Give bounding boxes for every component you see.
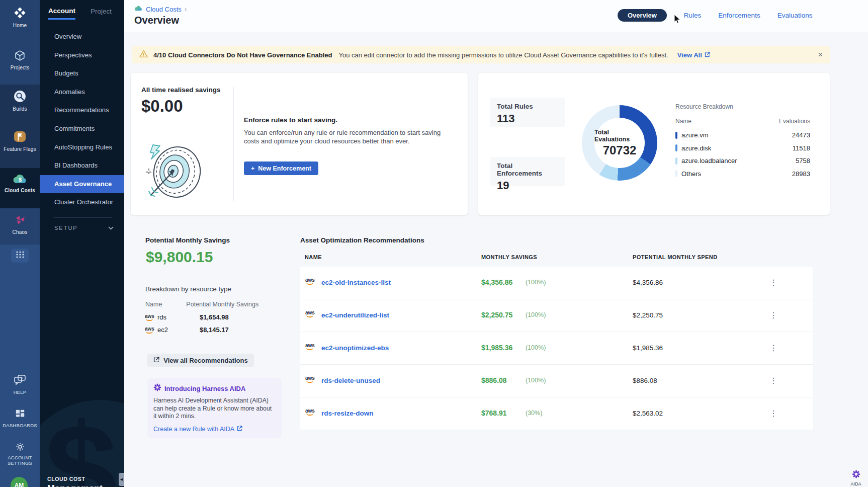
total-rules-label: Total Rules: [497, 103, 558, 110]
recommendation-name-link[interactable]: ec2-old-instances-list: [321, 279, 391, 286]
column-name: NAME: [305, 254, 322, 260]
page-title: Overview: [134, 15, 179, 26]
aida-promo-panel: Introducing Harness AIDA Harness AI Deve…: [147, 378, 282, 438]
resource-name: ec2: [157, 326, 190, 334]
legend-header: Name Evaluations: [675, 118, 810, 125]
rail-label: ACCOUNT SETTINGS: [4, 455, 36, 466]
row-menu-kebab-icon[interactable]: ⋮: [766, 375, 780, 386]
legend-value: 24473: [792, 131, 810, 139]
feature-flags-icon: [13, 130, 27, 144]
aida-header: Introducing Harness AIDA: [153, 383, 276, 393]
legend-color: [675, 132, 677, 139]
row-menu-kebab-icon[interactable]: ⋮: [766, 277, 780, 288]
tab-account[interactable]: Account: [48, 7, 75, 20]
table-row: aws rds-delete-unused $886.08 (100%) $88…: [300, 365, 813, 397]
recommendations-table: aws ec2-old-instances-list $4,356.86 (10…: [300, 267, 813, 430]
aws-logo-icon: aws: [305, 343, 315, 350]
view-all-recommendations-button[interactable]: View all Recommendations: [147, 354, 254, 367]
savings-percent: (100%): [526, 279, 546, 286]
aida-fab-label: AIDA: [850, 481, 861, 486]
sidebar-item-budgets[interactable]: Budgets: [40, 64, 124, 83]
potential-spend-value: $886.08: [633, 377, 657, 384]
tab-enforcements[interactable]: Enforcements: [718, 12, 760, 19]
resource-type-header: Name Potential Monthly Savings: [145, 301, 286, 308]
sidebar-item-home[interactable]: Home: [0, 6, 40, 28]
sidebar-item-perspectives[interactable]: Perspectives: [40, 46, 124, 65]
recommendation-name-link[interactable]: ec2-underutilized-list: [321, 311, 389, 319]
tab-rules[interactable]: Rules: [684, 12, 702, 19]
row-menu-kebab-icon[interactable]: ⋮: [766, 342, 780, 354]
sidebar-item-recommendations[interactable]: Recommendations: [40, 101, 124, 120]
savings-label: All time realised savings: [141, 86, 221, 94]
page-header: Cloud Costs › Overview Overview Rules En…: [124, 0, 868, 32]
sidebar-item-commitments[interactable]: Commitments: [40, 120, 124, 138]
sidebar-item-chaos[interactable]: Chaos: [0, 213, 40, 235]
apps-grid-icon: [15, 251, 25, 261]
create-rule-with-aida-link[interactable]: Create a new Rule with AIDA: [153, 426, 276, 433]
row-menu-kebab-icon[interactable]: ⋮: [766, 309, 780, 321]
cloud-costs-icon: [134, 5, 143, 13]
banner-view-all-link[interactable]: View All: [677, 51, 710, 59]
plus-icon: +: [251, 165, 254, 172]
apps-grid-button[interactable]: [11, 249, 29, 263]
account-settings-button[interactable]: ACCOUNT SETTINGS: [0, 442, 40, 466]
scope-tabs: Account Project: [48, 7, 112, 20]
legend-row: azure.vm 24473: [675, 129, 810, 142]
recommendation-name-link[interactable]: rds-delete-unused: [321, 377, 380, 384]
sidebar-item-bi-dashboards[interactable]: BI Dashboards: [40, 156, 124, 175]
new-enforcement-button[interactable]: + New Enforcement: [244, 161, 318, 175]
rail-label: Home: [13, 23, 27, 28]
external-link-icon: [705, 51, 710, 59]
sidebar-item-autostopping-rules[interactable]: AutoStopping Rules: [40, 138, 124, 157]
aida-fab-button[interactable]: AIDA: [847, 470, 865, 486]
table-row: aws ec2-old-instances-list $4,356.86 (10…: [300, 267, 813, 299]
rail-label: Cloud Costs: [5, 188, 35, 193]
recommendation-name-link[interactable]: rds-resize-down: [321, 410, 374, 417]
projects-cube-icon: [14, 49, 26, 63]
warning-triangle-icon: [139, 49, 148, 60]
recommendation-name-link[interactable]: ec2-unoptimized-ebs: [321, 344, 389, 352]
close-icon[interactable]: ×: [818, 51, 823, 59]
tab-project[interactable]: Project: [91, 7, 112, 20]
aws-logo-icon: aws: [305, 278, 315, 285]
resource-type-row: aws rds $1,654.98: [145, 311, 296, 323]
cloud-costs-sidebar: Account Project Overview Perspectives Bu…: [40, 0, 124, 487]
table-row: aws ec2-unoptimized-ebs $1,985.36 (100%)…: [300, 332, 813, 365]
savings-percent: (100%): [526, 311, 546, 318]
sidebar-item-overview[interactable]: Overview: [40, 28, 124, 46]
dashboards-button[interactable]: DASHBOARDS: [0, 409, 40, 428]
sidebar-item-builds[interactable]: Builds: [0, 90, 40, 112]
harness-logo-icon: [13, 6, 27, 21]
setup-toggle[interactable]: SETUP: [54, 225, 114, 231]
rail-label: Feature Flags: [4, 146, 36, 152]
breadcrumb-chevron: ›: [185, 5, 187, 13]
breadcrumb-cloud-costs-link[interactable]: Cloud Costs: [146, 6, 182, 13]
dashboards-grid-icon: [15, 409, 26, 421]
monthly-savings-value: $2,250.75: [481, 311, 512, 319]
donut-label: Total Evaluations: [594, 129, 645, 143]
dollar-watermark: $: [40, 400, 124, 487]
legend-color: [675, 157, 677, 165]
tab-evaluations[interactable]: Evaluations: [777, 12, 813, 19]
builds-search-icon: [13, 90, 27, 104]
row-menu-kebab-icon[interactable]: ⋮: [766, 408, 780, 419]
sidebar-item-anomalies[interactable]: Anomalies: [40, 83, 124, 102]
potential-spend-value: $2,563.02: [633, 410, 663, 417]
collapse-arrow-icon: ◀: [120, 477, 123, 481]
rail-label: HELP: [14, 389, 27, 395]
all-time-savings-card: All time realised savings $0.00: [131, 73, 468, 215]
tab-overview[interactable]: Overview: [618, 9, 667, 22]
sidebar-item-cloud-costs[interactable]: $ Cloud Costs: [0, 173, 40, 193]
enforce-cta-body: You can enforce/run any rule or rule rec…: [244, 128, 448, 145]
governance-stats-card: Total Rules 113 Total Enforcements 19 To…: [478, 73, 830, 215]
legend-row: azure.loadbalancer 5758: [675, 154, 810, 168]
sidebar-item-feature-flags[interactable]: Feature Flags: [0, 130, 40, 152]
total-rules-value: 113: [497, 112, 558, 125]
sidebar-item-cluster-orchestrator[interactable]: Cluster Orchestrator: [40, 193, 124, 212]
sidebar-collapse-button[interactable]: ◀: [119, 473, 124, 486]
sidebar-item-asset-governance[interactable]: Asset Governance: [40, 175, 124, 194]
resource-type-rows: aws rds $1,654.98 aws ec2 $8,145.17: [145, 311, 296, 336]
help-button[interactable]: ? HELP: [0, 374, 40, 395]
sidebar-item-projects[interactable]: Projects: [0, 49, 40, 70]
chevron-down-icon: [108, 225, 114, 231]
